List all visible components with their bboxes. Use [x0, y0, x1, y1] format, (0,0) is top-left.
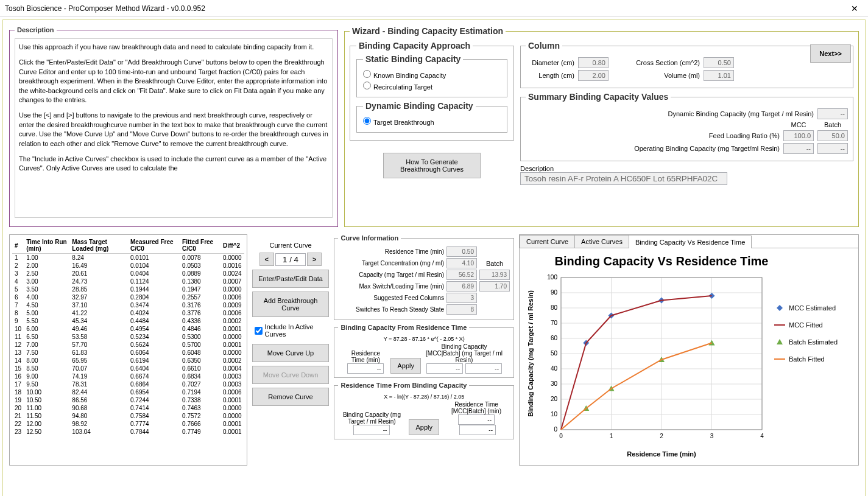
- svg-text:50: 50: [551, 350, 558, 357]
- table-row[interactable]: 1810.0082.440.69540.71940.0006: [12, 388, 244, 396]
- svg-text:Binding Capacity Vs Residence : Binding Capacity Vs Residence Time: [555, 254, 769, 268]
- howto-button[interactable]: How To Generate Breakthrough Curves: [383, 153, 481, 178]
- table-row[interactable]: 158.5070.070.64040.66100.0004: [12, 365, 244, 372]
- move-down-button[interactable]: Move Curve Down: [252, 366, 330, 384]
- table-row[interactable]: 2011.0090.680.74140.74630.0000: [12, 404, 244, 412]
- dbc-input: [817, 108, 848, 119]
- next-button[interactable]: Next>>: [810, 44, 851, 63]
- table-row[interactable]: 32.5020.610.04040.08890.0024: [12, 270, 244, 278]
- svg-text:80: 80: [551, 304, 558, 311]
- controls-column: Current Curve < > Enter/Paste/Edit Data …: [252, 234, 330, 466]
- svg-text:4: 4: [760, 433, 764, 439]
- data-table: #Time Into Run (min)Mass Target Loaded (…: [12, 237, 244, 436]
- svg-text:10: 10: [551, 411, 558, 417]
- move-up-button[interactable]: Move Curve Up: [252, 344, 330, 362]
- ci-msl-mcc: [446, 281, 477, 292]
- flr-batch-input[interactable]: [817, 130, 848, 141]
- from-rt-input[interactable]: [347, 363, 384, 374]
- apply-rt-button[interactable]: Apply: [390, 358, 421, 374]
- svg-text:90: 90: [551, 289, 558, 296]
- from-bc-out-batch: [459, 425, 496, 435]
- svg-text:Residence Time (min): Residence Time (min): [627, 450, 696, 458]
- svg-text:0: 0: [559, 433, 563, 439]
- from-bc-input[interactable]: [353, 425, 390, 435]
- prev-curve-button[interactable]: <: [259, 253, 274, 266]
- table-row[interactable]: 64.0032.970.28040.25570.0006: [12, 293, 244, 301]
- chart-tabs: Current Curve Active Curves Binding Capa…: [520, 235, 858, 248]
- wizard-panel: Wizard - Binding Capacity Estimation Nex…: [344, 26, 859, 227]
- table-row[interactable]: 2312.50103.040.78440.77490.0001: [12, 428, 244, 436]
- ci-tc: [446, 258, 477, 268]
- ci-cap-mcc: [446, 270, 477, 280]
- static-group: Static Binding Capacity Known Binding Ca…: [356, 54, 507, 97]
- tab-bc-vs-rt[interactable]: Binding Capacity Vs Residence Time: [629, 236, 752, 248]
- data-table-panel: #Time Into Run (min)Mass Target Loaded (…: [9, 234, 247, 466]
- from-rt-out-mcc: [426, 363, 463, 374]
- table-row[interactable]: 22.0016.490.01040.05030.0016: [12, 262, 244, 270]
- table-row[interactable]: 74.5037.100.34740.31760.0009: [12, 301, 244, 309]
- table-row[interactable]: 148.0065.950.61940.63500.0002: [12, 357, 244, 365]
- diameter-input[interactable]: [578, 57, 609, 68]
- length-input[interactable]: [578, 70, 609, 81]
- cross-input: [704, 57, 734, 68]
- next-curve-button[interactable]: >: [307, 253, 322, 266]
- description-panel: Description Use this approach if you hav…: [9, 26, 338, 227]
- radio-target[interactable]: Target Breakthrough: [363, 117, 501, 126]
- svg-text:40: 40: [551, 365, 558, 372]
- summary-group: Summary Binding Capacity Values Dynamic …: [520, 92, 853, 161]
- close-icon[interactable]: ✕: [846, 2, 863, 15]
- add-curve-button[interactable]: Add Breakthrough Curve: [252, 292, 330, 317]
- svg-text:Binding Capacity (mg Target / : Binding Capacity (mg Target / ml Resin): [527, 290, 534, 417]
- approach-group: Binding Capacity Approach Static Binding…: [350, 41, 514, 141]
- wizard-legend: Wizard - Binding Capacity Estimation: [350, 26, 506, 36]
- table-row[interactable]: 1910.5086.560.72440.73380.0001: [12, 396, 244, 404]
- table-row[interactable]: 2111.5094.800.75840.75720.0000: [12, 412, 244, 420]
- table-row[interactable]: 169.0074.190.66740.68340.0003: [12, 372, 244, 380]
- flr-mcc-input[interactable]: [783, 130, 814, 141]
- table-row[interactable]: 53.5028.850.19440.19470.0000: [12, 285, 244, 293]
- table-row[interactable]: 2212.0098.920.77740.76660.0001: [12, 420, 244, 428]
- ci-msl-batch: [479, 281, 510, 292]
- from-bc-out-mcc: [458, 414, 495, 425]
- dynamic-group: Dynamic Binding Capacity Target Breakthr…: [356, 101, 507, 133]
- apply-bc-button[interactable]: Apply: [409, 419, 439, 435]
- window-title: Tosoh Bioscience - ProComposer Method Wi…: [5, 4, 846, 13]
- obc-mcc-input: [783, 143, 814, 154]
- svg-text:60: 60: [551, 335, 558, 341]
- chart-svg: Binding Capacity Vs Residence Time010203…: [524, 253, 853, 460]
- tab-current-curve[interactable]: Current Curve: [520, 235, 575, 248]
- svg-text:100: 100: [547, 274, 557, 281]
- table-row[interactable]: 106.0049.460.49540.48460.0001: [12, 325, 244, 333]
- svg-text:30: 30: [551, 380, 558, 387]
- include-checkbox[interactable]: [255, 327, 263, 335]
- remove-curve-button[interactable]: Remove Curve: [252, 388, 330, 406]
- radio-recirc[interactable]: Recirculating Target: [363, 82, 501, 91]
- svg-text:70: 70: [551, 320, 558, 326]
- radio-known[interactable]: Known Binding Capacity: [363, 70, 501, 79]
- svg-text:3: 3: [710, 433, 714, 439]
- enter-data-button[interactable]: Enter/Paste/Edit Data: [252, 270, 330, 288]
- table-row[interactable]: 137.5061.830.60640.60480.0000: [12, 349, 244, 357]
- obc-batch-input: [817, 143, 848, 154]
- description-text[interactable]: Use this approach if you have raw breakt…: [15, 38, 333, 218]
- table-scroll[interactable]: #Time Into Run (min)Mass Target Loaded (…: [12, 237, 244, 450]
- chart-panel: Current Curve Active Curves Binding Capa…: [519, 234, 859, 466]
- ci-cap-batch: [479, 270, 510, 280]
- svg-text:MCC Fitted: MCC Fitted: [789, 321, 823, 329]
- table-row[interactable]: 116.5053.580.52340.53000.0000: [12, 333, 244, 341]
- ci-rt: [446, 246, 477, 257]
- table-row[interactable]: 11.008.240.01010.00780.0000: [12, 254, 244, 262]
- table-row[interactable]: 179.5078.310.68640.70270.0003: [12, 380, 244, 388]
- tab-active-curves[interactable]: Active Curves: [574, 235, 629, 248]
- description-legend: Description: [15, 26, 57, 33]
- table-row[interactable]: 127.0057.700.56240.57000.0001: [12, 341, 244, 349]
- curve-pos-input[interactable]: [275, 253, 306, 266]
- table-row[interactable]: 43.0024.730.11240.13800.0007: [12, 278, 244, 285]
- summary-desc-input[interactable]: [520, 172, 727, 185]
- svg-text:20: 20: [551, 396, 558, 402]
- table-row[interactable]: 95.5045.340.44840.43360.0002: [12, 317, 244, 325]
- ci-sfc: [446, 293, 477, 303]
- svg-text:Batch Fitted: Batch Fitted: [789, 355, 825, 363]
- titlebar: Tosoh Bioscience - ProComposer Method Wi…: [0, 0, 868, 17]
- table-row[interactable]: 85.0041.220.40240.37760.0006: [12, 309, 244, 317]
